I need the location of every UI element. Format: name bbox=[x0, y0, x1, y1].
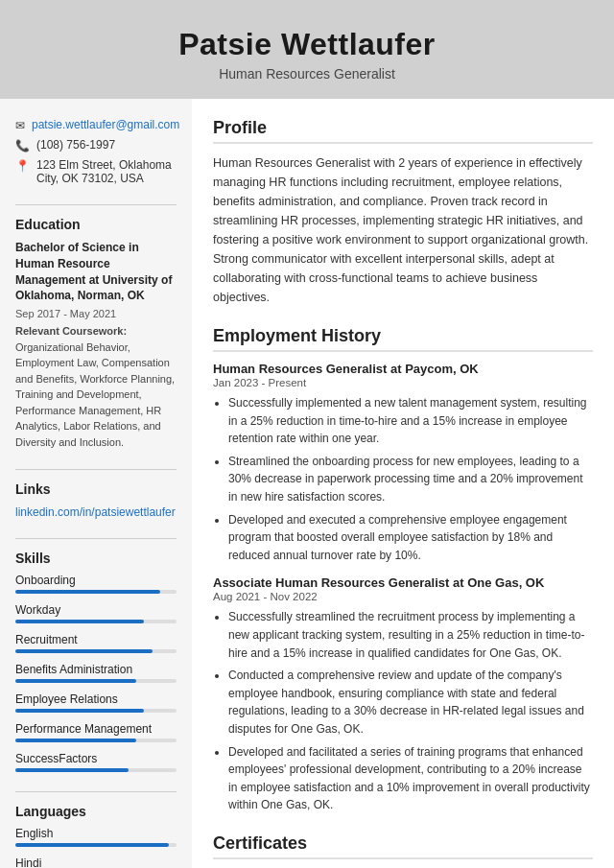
jobs-list: Human Resources Generalist at Paycom, OK… bbox=[213, 362, 593, 814]
skill-bar-fill bbox=[15, 620, 144, 623]
certificates-title: Certificates bbox=[213, 833, 593, 859]
profile-title: Profile bbox=[213, 118, 593, 144]
education-dates: Sep 2017 - May 2021 bbox=[15, 308, 177, 319]
skill-bar-bg bbox=[15, 649, 177, 653]
skill-bar-fill bbox=[15, 679, 136, 683]
skill-label: Onboarding bbox=[15, 574, 177, 587]
skill-label: Workday bbox=[15, 603, 177, 617]
phone-icon: 📞 bbox=[15, 139, 30, 152]
links-title: Links bbox=[15, 481, 177, 497]
skill-bar-fill bbox=[15, 590, 160, 594]
skills-list: Onboarding Workday Recruitment Benefits … bbox=[15, 574, 177, 772]
candidate-title: Human Resources Generalist bbox=[19, 66, 595, 82]
skill-item: Onboarding bbox=[15, 574, 177, 594]
language-label: English bbox=[15, 827, 177, 840]
skill-label: Recruitment bbox=[15, 633, 177, 646]
job-date: Aug 2021 - Nov 2022 bbox=[213, 591, 593, 602]
skill-label: Benefits Administration bbox=[15, 663, 177, 676]
divider-1 bbox=[15, 204, 177, 205]
candidate-name: Patsie Wettlaufer bbox=[19, 27, 595, 62]
job-bullet: Successfully streamlined the recruitment… bbox=[228, 608, 593, 662]
skill-label: SuccessFactors bbox=[15, 752, 177, 765]
employment-title: Employment History bbox=[213, 326, 593, 352]
divider-4 bbox=[15, 791, 177, 792]
language-bar-bg bbox=[15, 843, 177, 847]
job-bullet: Developed and facilitated a series of tr… bbox=[228, 743, 593, 814]
coursework-label: Relevant Coursework: bbox=[15, 325, 127, 337]
skill-bar-bg bbox=[15, 768, 177, 772]
profile-text: Human Resources Generalist with 2 years … bbox=[213, 153, 593, 307]
contact-section: ✉ patsie.wettlaufer@gmail.com 📞 (108) 75… bbox=[15, 118, 177, 185]
education-section: Education Bachelor of Science in Human R… bbox=[15, 217, 177, 450]
skill-bar-fill bbox=[15, 709, 144, 713]
phone-text: (108) 756-1997 bbox=[36, 138, 115, 152]
skill-bar-fill bbox=[15, 649, 153, 653]
resume-header: Patsie Wettlaufer Human Resources Genera… bbox=[0, 0, 614, 99]
links-section: Links linkedin.com/in/patsiewettlaufer bbox=[15, 481, 177, 519]
location-icon: 📍 bbox=[15, 159, 30, 173]
skill-item: Recruitment bbox=[15, 633, 177, 653]
job-bullet: Conducted a comprehensive review and upd… bbox=[228, 667, 593, 738]
job-title: Human Resources Generalist at Paycom, OK bbox=[213, 362, 593, 376]
skill-item: Benefits Administration bbox=[15, 663, 177, 683]
languages-list: English Hindi bbox=[15, 827, 177, 868]
job-date: Jan 2023 - Present bbox=[213, 377, 593, 388]
job-item: Associate Human Resources Generalist at … bbox=[213, 575, 593, 814]
email-link[interactable]: patsie.wettlaufer@gmail.com bbox=[32, 118, 179, 131]
job-bullets: Successfully streamlined the recruitment… bbox=[213, 608, 593, 814]
address-text: 123 Elm Street, Oklahoma City, OK 73102,… bbox=[36, 158, 177, 185]
education-degree: Bachelor of Science in Human Resource Ma… bbox=[15, 240, 177, 304]
profile-section: Profile Human Resources Generalist with … bbox=[213, 118, 593, 307]
sidebar: ✉ patsie.wettlaufer@gmail.com 📞 (108) 75… bbox=[0, 99, 192, 868]
linkedin-link[interactable]: linkedin.com/in/patsiewettlaufer bbox=[15, 505, 176, 519]
contact-address-item: 📍 123 Elm Street, Oklahoma City, OK 7310… bbox=[15, 158, 177, 185]
contact-email-item: ✉ patsie.wettlaufer@gmail.com bbox=[15, 118, 177, 132]
languages-section: Languages English Hindi bbox=[15, 804, 177, 868]
skills-title: Skills bbox=[15, 551, 177, 566]
languages-title: Languages bbox=[15, 804, 177, 819]
skill-bar-bg bbox=[15, 739, 177, 742]
job-item: Human Resources Generalist at Paycom, OK… bbox=[213, 362, 593, 564]
skill-bar-bg bbox=[15, 679, 177, 683]
language-bar-fill bbox=[15, 843, 169, 847]
skill-item: Workday bbox=[15, 603, 177, 623]
divider-2 bbox=[15, 469, 177, 470]
main-content: Profile Human Resources Generalist with … bbox=[192, 99, 614, 868]
job-bullet: Successfully implemented a new talent ma… bbox=[228, 394, 593, 448]
employment-section: Employment History Human Resources Gener… bbox=[213, 326, 593, 814]
certificates-section: Certificates Society for Human Resource … bbox=[213, 833, 593, 868]
coursework-text: Organizational Behavior, Employment Law,… bbox=[15, 341, 175, 448]
skill-bar-fill bbox=[15, 739, 136, 742]
skill-label: Performance Management bbox=[15, 722, 177, 736]
language-item: Hindi bbox=[15, 856, 177, 868]
contact-phone-item: 📞 (108) 756-1997 bbox=[15, 138, 177, 152]
language-label: Hindi bbox=[15, 856, 177, 868]
job-bullet: Developed and executed a comprehensive e… bbox=[228, 511, 593, 565]
skill-item: SuccessFactors bbox=[15, 752, 177, 772]
job-bullet: Streamlined the onboarding process for n… bbox=[228, 453, 593, 506]
body-wrapper: ✉ patsie.wettlaufer@gmail.com 📞 (108) 75… bbox=[0, 99, 614, 868]
skill-bar-bg bbox=[15, 620, 177, 623]
divider-3 bbox=[15, 538, 177, 539]
skill-bar-bg bbox=[15, 709, 177, 713]
skill-bar-bg bbox=[15, 590, 177, 594]
job-title: Associate Human Resources Generalist at … bbox=[213, 575, 593, 590]
skills-section: Skills Onboarding Workday Recruitment Be… bbox=[15, 551, 177, 772]
skill-item: Performance Management bbox=[15, 722, 177, 742]
email-icon: ✉ bbox=[15, 119, 25, 132]
education-coursework: Relevant Coursework: Organizational Beha… bbox=[15, 323, 177, 450]
skill-label: Employee Relations bbox=[15, 692, 177, 706]
skill-bar-fill bbox=[15, 768, 129, 772]
education-title: Education bbox=[15, 217, 177, 232]
language-item: English bbox=[15, 827, 177, 847]
job-bullets: Successfully implemented a new talent ma… bbox=[213, 394, 593, 564]
skill-item: Employee Relations bbox=[15, 692, 177, 713]
